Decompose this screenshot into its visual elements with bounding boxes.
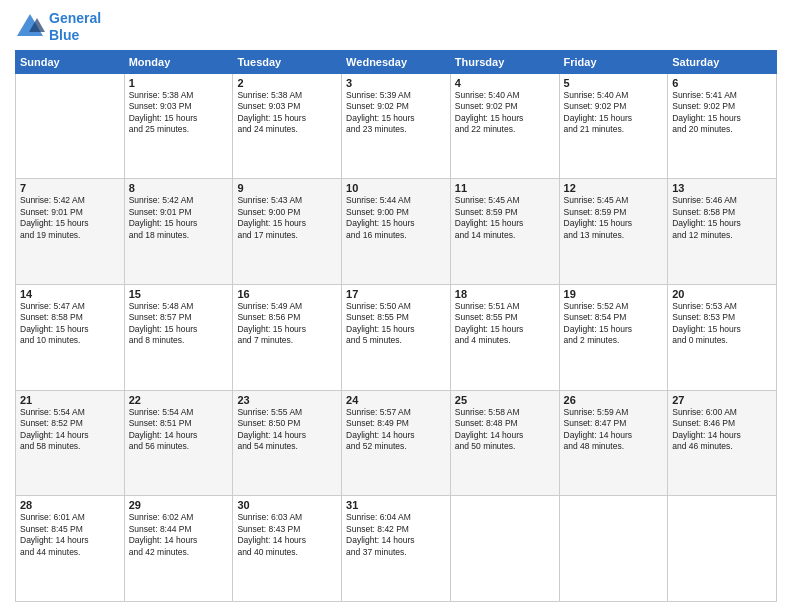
day-info: Sunrise: 5:57 AM Sunset: 8:49 PM Dayligh… [346,407,446,453]
day-info: Sunrise: 5:53 AM Sunset: 8:53 PM Dayligh… [672,301,772,347]
day-info: Sunrise: 6:02 AM Sunset: 8:44 PM Dayligh… [129,512,229,558]
day-info: Sunrise: 5:49 AM Sunset: 8:56 PM Dayligh… [237,301,337,347]
calendar-cell: 25Sunrise: 5:58 AM Sunset: 8:48 PM Dayli… [450,390,559,496]
day-info: Sunrise: 5:46 AM Sunset: 8:58 PM Dayligh… [672,195,772,241]
calendar-cell: 28Sunrise: 6:01 AM Sunset: 8:45 PM Dayli… [16,496,125,602]
day-number: 7 [20,182,120,194]
day-number: 15 [129,288,229,300]
day-number: 22 [129,394,229,406]
day-number: 20 [672,288,772,300]
calendar-cell: 17Sunrise: 5:50 AM Sunset: 8:55 PM Dayli… [342,284,451,390]
calendar-cell: 24Sunrise: 5:57 AM Sunset: 8:49 PM Dayli… [342,390,451,496]
day-number: 23 [237,394,337,406]
day-info: Sunrise: 5:50 AM Sunset: 8:55 PM Dayligh… [346,301,446,347]
calendar-week-row: 1Sunrise: 5:38 AM Sunset: 9:03 PM Daylig… [16,73,777,179]
calendar-cell: 30Sunrise: 6:03 AM Sunset: 8:43 PM Dayli… [233,496,342,602]
calendar-table: SundayMondayTuesdayWednesdayThursdayFrid… [15,50,777,602]
day-number: 26 [564,394,664,406]
day-number: 17 [346,288,446,300]
day-number: 31 [346,499,446,511]
day-info: Sunrise: 5:54 AM Sunset: 8:51 PM Dayligh… [129,407,229,453]
day-info: Sunrise: 5:41 AM Sunset: 9:02 PM Dayligh… [672,90,772,136]
day-info: Sunrise: 5:54 AM Sunset: 8:52 PM Dayligh… [20,407,120,453]
calendar-cell: 22Sunrise: 5:54 AM Sunset: 8:51 PM Dayli… [124,390,233,496]
day-info: Sunrise: 5:58 AM Sunset: 8:48 PM Dayligh… [455,407,555,453]
day-info: Sunrise: 5:38 AM Sunset: 9:03 PM Dayligh… [237,90,337,136]
calendar-cell: 18Sunrise: 5:51 AM Sunset: 8:55 PM Dayli… [450,284,559,390]
day-info: Sunrise: 5:38 AM Sunset: 9:03 PM Dayligh… [129,90,229,136]
weekday-header: Wednesday [342,50,451,73]
calendar-cell: 31Sunrise: 6:04 AM Sunset: 8:42 PM Dayli… [342,496,451,602]
day-info: Sunrise: 5:42 AM Sunset: 9:01 PM Dayligh… [129,195,229,241]
logo-text: General Blue [49,10,101,44]
calendar-week-row: 7Sunrise: 5:42 AM Sunset: 9:01 PM Daylig… [16,179,777,285]
calendar-cell: 19Sunrise: 5:52 AM Sunset: 8:54 PM Dayli… [559,284,668,390]
calendar-cell: 26Sunrise: 5:59 AM Sunset: 8:47 PM Dayli… [559,390,668,496]
day-info: Sunrise: 5:40 AM Sunset: 9:02 PM Dayligh… [564,90,664,136]
calendar-cell: 16Sunrise: 5:49 AM Sunset: 8:56 PM Dayli… [233,284,342,390]
day-number: 6 [672,77,772,89]
calendar-cell: 5Sunrise: 5:40 AM Sunset: 9:02 PM Daylig… [559,73,668,179]
day-info: Sunrise: 5:40 AM Sunset: 9:02 PM Dayligh… [455,90,555,136]
calendar-cell: 13Sunrise: 5:46 AM Sunset: 8:58 PM Dayli… [668,179,777,285]
calendar-cell: 6Sunrise: 5:41 AM Sunset: 9:02 PM Daylig… [668,73,777,179]
calendar-cell: 7Sunrise: 5:42 AM Sunset: 9:01 PM Daylig… [16,179,125,285]
day-number: 12 [564,182,664,194]
day-number: 8 [129,182,229,194]
day-number: 3 [346,77,446,89]
weekday-header: Friday [559,50,668,73]
calendar-cell: 10Sunrise: 5:44 AM Sunset: 9:00 PM Dayli… [342,179,451,285]
calendar-cell: 15Sunrise: 5:48 AM Sunset: 8:57 PM Dayli… [124,284,233,390]
day-info: Sunrise: 5:45 AM Sunset: 8:59 PM Dayligh… [564,195,664,241]
calendar-cell: 8Sunrise: 5:42 AM Sunset: 9:01 PM Daylig… [124,179,233,285]
day-info: Sunrise: 5:51 AM Sunset: 8:55 PM Dayligh… [455,301,555,347]
day-info: Sunrise: 5:59 AM Sunset: 8:47 PM Dayligh… [564,407,664,453]
day-info: Sunrise: 5:55 AM Sunset: 8:50 PM Dayligh… [237,407,337,453]
day-number: 21 [20,394,120,406]
calendar-week-row: 28Sunrise: 6:01 AM Sunset: 8:45 PM Dayli… [16,496,777,602]
calendar-cell: 23Sunrise: 5:55 AM Sunset: 8:50 PM Dayli… [233,390,342,496]
day-number: 14 [20,288,120,300]
day-number: 24 [346,394,446,406]
day-number: 18 [455,288,555,300]
day-info: Sunrise: 5:47 AM Sunset: 8:58 PM Dayligh… [20,301,120,347]
day-number: 5 [564,77,664,89]
day-info: Sunrise: 6:00 AM Sunset: 8:46 PM Dayligh… [672,407,772,453]
calendar-cell: 27Sunrise: 6:00 AM Sunset: 8:46 PM Dayli… [668,390,777,496]
calendar-week-row: 14Sunrise: 5:47 AM Sunset: 8:58 PM Dayli… [16,284,777,390]
day-number: 25 [455,394,555,406]
day-info: Sunrise: 5:39 AM Sunset: 9:02 PM Dayligh… [346,90,446,136]
day-info: Sunrise: 5:44 AM Sunset: 9:00 PM Dayligh… [346,195,446,241]
day-number: 13 [672,182,772,194]
day-number: 29 [129,499,229,511]
calendar-cell: 3Sunrise: 5:39 AM Sunset: 9:02 PM Daylig… [342,73,451,179]
day-number: 2 [237,77,337,89]
calendar-cell: 11Sunrise: 5:45 AM Sunset: 8:59 PM Dayli… [450,179,559,285]
calendar-cell [16,73,125,179]
logo: General Blue [15,10,101,44]
calendar-cell [450,496,559,602]
calendar-cell [559,496,668,602]
day-info: Sunrise: 5:43 AM Sunset: 9:00 PM Dayligh… [237,195,337,241]
calendar-cell: 12Sunrise: 5:45 AM Sunset: 8:59 PM Dayli… [559,179,668,285]
weekday-header: Saturday [668,50,777,73]
day-number: 28 [20,499,120,511]
calendar-cell: 20Sunrise: 5:53 AM Sunset: 8:53 PM Dayli… [668,284,777,390]
calendar-header-row: SundayMondayTuesdayWednesdayThursdayFrid… [16,50,777,73]
day-info: Sunrise: 6:03 AM Sunset: 8:43 PM Dayligh… [237,512,337,558]
day-info: Sunrise: 6:04 AM Sunset: 8:42 PM Dayligh… [346,512,446,558]
calendar-week-row: 21Sunrise: 5:54 AM Sunset: 8:52 PM Dayli… [16,390,777,496]
day-number: 10 [346,182,446,194]
day-number: 19 [564,288,664,300]
logo-icon [15,12,45,42]
calendar-cell: 14Sunrise: 5:47 AM Sunset: 8:58 PM Dayli… [16,284,125,390]
day-number: 30 [237,499,337,511]
calendar-cell: 4Sunrise: 5:40 AM Sunset: 9:02 PM Daylig… [450,73,559,179]
calendar-cell: 21Sunrise: 5:54 AM Sunset: 8:52 PM Dayli… [16,390,125,496]
day-number: 11 [455,182,555,194]
calendar-cell [668,496,777,602]
day-number: 16 [237,288,337,300]
weekday-header: Thursday [450,50,559,73]
day-info: Sunrise: 5:42 AM Sunset: 9:01 PM Dayligh… [20,195,120,241]
calendar-cell: 1Sunrise: 5:38 AM Sunset: 9:03 PM Daylig… [124,73,233,179]
